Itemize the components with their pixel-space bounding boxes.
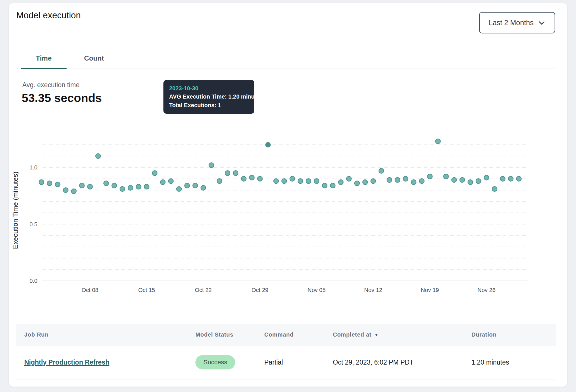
data-point[interactable] bbox=[96, 154, 101, 159]
data-point[interactable] bbox=[177, 187, 181, 191]
data-point[interactable] bbox=[63, 188, 68, 193]
data-point[interactable] bbox=[152, 171, 157, 175]
data-point[interactable] bbox=[160, 180, 165, 185]
chart-tooltip: 2023-10-30 AVG Execution Time: 1.20 minu… bbox=[163, 80, 254, 114]
data-point[interactable] bbox=[257, 176, 262, 181]
column-header-command: Command bbox=[264, 324, 294, 346]
data-point[interactable] bbox=[87, 184, 92, 189]
data-point[interactable] bbox=[55, 182, 60, 187]
data-point[interactable] bbox=[419, 179, 424, 183]
data-point[interactable] bbox=[347, 176, 351, 181]
model-status-cell: Success bbox=[195, 346, 235, 379]
data-point[interactable] bbox=[338, 180, 343, 185]
data-point[interactable] bbox=[144, 184, 149, 189]
avg-execution-time-label: Avg. execution time bbox=[22, 81, 79, 89]
data-point[interactable] bbox=[185, 183, 189, 188]
data-point[interactable] bbox=[47, 181, 52, 186]
data-point[interactable] bbox=[411, 180, 416, 185]
data-point[interactable] bbox=[241, 176, 246, 181]
data-point[interactable] bbox=[217, 179, 222, 183]
completed-at-cell: Oct 29, 2023, 6:02 PM PDT bbox=[333, 346, 414, 379]
data-point[interactable] bbox=[233, 171, 238, 175]
data-point[interactable] bbox=[452, 177, 457, 182]
tab-count[interactable]: Count bbox=[71, 48, 117, 69]
date-range-label: Last 2 Months bbox=[489, 19, 533, 27]
page-title: Model execution bbox=[16, 10, 81, 21]
duration-cell: 1.20 minutes bbox=[471, 346, 509, 379]
data-point[interactable] bbox=[298, 179, 303, 183]
tooltip-total-executions: Total Executions: 1 bbox=[169, 101, 249, 109]
data-point[interactable] bbox=[274, 179, 279, 183]
data-point[interactable] bbox=[484, 175, 489, 180]
tooltip-avg-execution-time: AVG Execution Time: 1.20 minutes bbox=[169, 92, 249, 101]
data-point[interactable] bbox=[71, 189, 76, 194]
data-point[interactable] bbox=[355, 181, 359, 186]
data-point[interactable] bbox=[468, 180, 473, 185]
data-point-highlighted[interactable] bbox=[265, 142, 271, 147]
data-point[interactable] bbox=[371, 179, 376, 183]
data-point[interactable] bbox=[460, 177, 465, 182]
sort-descending-icon[interactable]: ▼ bbox=[374, 332, 379, 337]
data-point[interactable] bbox=[120, 187, 125, 191]
data-point[interactable] bbox=[249, 175, 254, 180]
data-point[interactable] bbox=[492, 187, 497, 191]
data-point[interactable] bbox=[39, 180, 44, 185]
data-point[interactable] bbox=[403, 176, 408, 181]
tab-time[interactable]: Time bbox=[21, 48, 67, 69]
data-point[interactable] bbox=[314, 179, 319, 183]
data-point[interactable] bbox=[363, 180, 367, 185]
column-header-completed-at[interactable]: Completed at ▼ bbox=[333, 324, 379, 346]
data-point[interactable] bbox=[79, 183, 84, 188]
data-point[interactable] bbox=[435, 139, 440, 144]
data-point[interactable] bbox=[201, 185, 206, 190]
data-point[interactable] bbox=[330, 183, 335, 188]
command-cell: Partial bbox=[264, 346, 283, 379]
data-point[interactable] bbox=[209, 163, 214, 168]
status-badge: Success bbox=[195, 355, 235, 369]
data-point[interactable] bbox=[427, 174, 432, 179]
data-point[interactable] bbox=[112, 183, 117, 188]
column-header-model-status: Model Status bbox=[195, 324, 233, 346]
job-run-link[interactable]: Nightly Production Refresh bbox=[24, 359, 109, 366]
data-point[interactable] bbox=[104, 181, 109, 186]
data-point[interactable] bbox=[306, 179, 311, 183]
data-point[interactable] bbox=[387, 177, 392, 182]
column-header-duration: Duration bbox=[471, 324, 497, 346]
data-point[interactable] bbox=[444, 174, 449, 179]
tooltip-date: 2023-10-30 bbox=[169, 84, 249, 92]
data-point[interactable] bbox=[476, 179, 481, 183]
job-runs-table-header: Job Run Model Status Command Completed a… bbox=[16, 324, 556, 346]
data-point[interactable] bbox=[282, 179, 287, 183]
date-range-dropdown[interactable]: Last 2 Months bbox=[479, 12, 555, 33]
table-row: Nightly Production Refresh Success Parti… bbox=[16, 346, 556, 379]
data-point[interactable] bbox=[193, 183, 198, 188]
data-point[interactable] bbox=[508, 176, 513, 181]
job-run-cell: Nightly Production Refresh bbox=[24, 346, 109, 379]
model-execution-page: Model execution Last 2 Months Time Count… bbox=[0, 0, 576, 392]
data-point[interactable] bbox=[225, 171, 230, 175]
avg-execution-time-value: 53.35 seconds bbox=[22, 91, 102, 105]
data-point[interactable] bbox=[395, 177, 400, 182]
data-point[interactable] bbox=[500, 176, 505, 181]
data-point[interactable] bbox=[290, 176, 295, 181]
data-point[interactable] bbox=[136, 184, 141, 189]
chevron-down-icon bbox=[538, 19, 546, 27]
data-point[interactable] bbox=[169, 179, 173, 183]
chart-tabs: Time Count bbox=[16, 48, 556, 69]
data-point[interactable] bbox=[128, 185, 133, 190]
column-header-job-run: Job Run bbox=[24, 324, 49, 346]
data-point[interactable] bbox=[379, 168, 384, 173]
data-point[interactable] bbox=[517, 176, 521, 181]
data-point[interactable] bbox=[322, 183, 327, 188]
completed-at-label: Completed at bbox=[333, 331, 371, 338]
